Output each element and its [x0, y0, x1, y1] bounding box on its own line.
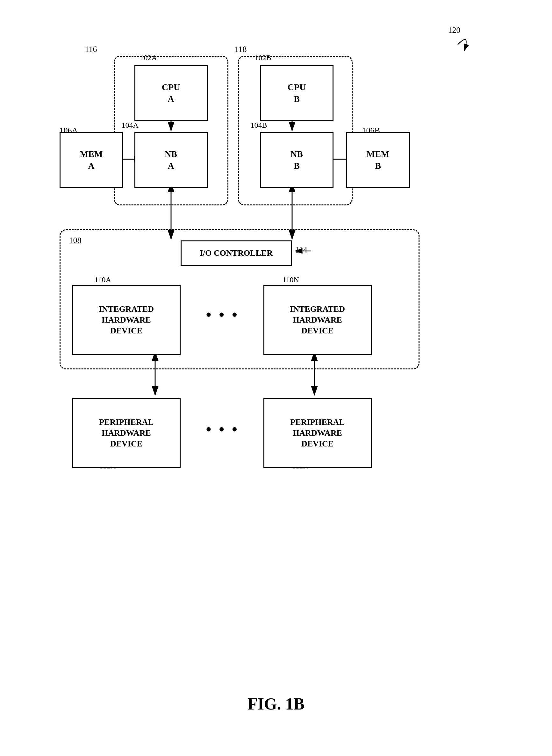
ref-108: 108 [69, 236, 82, 245]
io-controller-label: I/O CONTROLLER [200, 248, 273, 259]
ref-118: 118 [235, 44, 247, 54]
io-controller-box: I/O CONTROLLER [180, 241, 292, 266]
mem-b-box: MEM B [346, 132, 410, 188]
mem-a-box: MEM A [59, 132, 123, 188]
nb-a-box: NB A [134, 132, 208, 188]
peripheral-hw-device-n-label: PERIPHERAL HARDWARE DEVICE [290, 417, 344, 449]
peripheral-hw-device-a-box: PERIPHERAL HARDWARE DEVICE [72, 398, 180, 468]
ref-102b: 102B [255, 53, 271, 62]
ref-110a: 110A [95, 276, 111, 284]
ref-102a: 102A [140, 53, 157, 62]
ref-116: 116 [85, 44, 97, 54]
nb-a-label: NB A [165, 148, 177, 172]
nb-b-box: NB B [260, 132, 333, 188]
cpu-b-box: CPU B [260, 65, 333, 121]
ref-110n: 110N [283, 276, 299, 284]
ref-120: 120 [448, 25, 460, 35]
ref-104b: 104B [251, 121, 267, 130]
cpu-a-label: CPU A [162, 82, 180, 105]
dots-integrated: • • • [206, 306, 239, 323]
mem-b-label: MEM B [367, 148, 390, 172]
integrated-hw-device-n-box: INTEGRATED HARDWARE DEVICE [263, 285, 372, 355]
integrated-hw-device-a-box: INTEGRATED HARDWARE DEVICE [72, 285, 180, 355]
peripheral-hw-device-n-box: PERIPHERAL HARDWARE DEVICE [263, 398, 372, 468]
figure-label: FIG. 1B [248, 695, 304, 713]
integrated-hw-device-a-label: INTEGRATED HARDWARE DEVICE [99, 304, 154, 336]
integrated-hw-device-n-label: INTEGRATED HARDWARE DEVICE [290, 304, 345, 336]
cpu-b-label: CPU B [288, 82, 306, 105]
mem-a-label: MEM A [80, 148, 103, 172]
cpu-a-box: CPU A [134, 65, 208, 121]
dots-peripheral: • • • [206, 420, 239, 438]
diagram: 120 116 118 102A 102B CPU A CPU B 104A 1… [53, 19, 499, 720]
nb-b-label: NB B [290, 148, 303, 172]
ref-104a: 104A [122, 121, 139, 130]
peripheral-hw-device-a-label: PERIPHERAL HARDWARE DEVICE [99, 417, 153, 449]
